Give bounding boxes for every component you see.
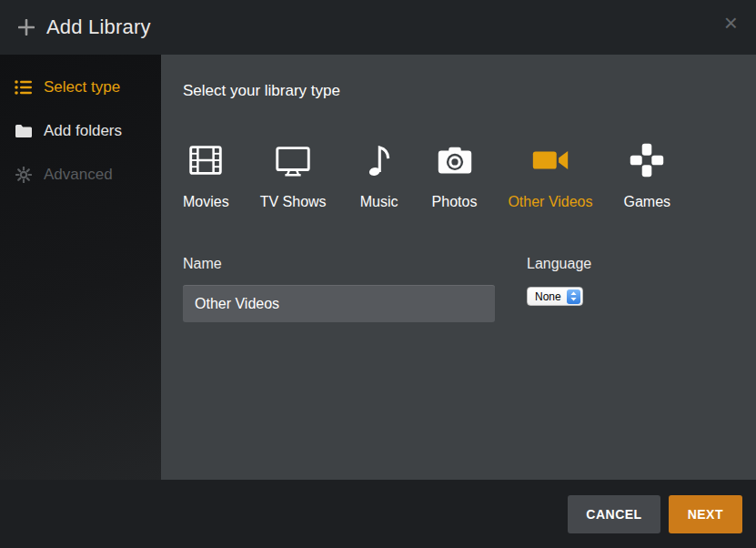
select-chevrons-icon (567, 289, 580, 304)
camera-icon (434, 138, 476, 182)
sidebar-item-label: Select type (44, 78, 120, 96)
sidebar-item-label: Advanced (44, 166, 113, 184)
cancel-button[interactable]: CANCEL (568, 495, 660, 533)
library-type-movies[interactable]: Movies (183, 138, 229, 210)
dialog-body: Select type Add folders (0, 55, 756, 480)
dialog-footer: CANCEL NEXT (0, 480, 756, 548)
library-type-label: Other Videos (508, 194, 592, 210)
language-field-group: Language None (527, 256, 591, 322)
film-icon (185, 138, 227, 182)
list-bullets-icon (15, 79, 33, 96)
folder-icon (15, 124, 33, 138)
sidebar: Select type Add folders (0, 55, 161, 480)
library-type-other-videos[interactable]: Other Videos (508, 138, 592, 210)
language-select-value: None (535, 290, 561, 303)
library-type-label: TV Shows (260, 194, 327, 210)
sidebar-item-advanced[interactable]: Advanced (0, 153, 161, 197)
library-type-label: Photos (432, 194, 478, 210)
next-button[interactable]: NEXT (669, 495, 742, 533)
video-camera-icon (529, 138, 571, 182)
dialog-title: Add Library (46, 15, 151, 39)
library-type-tv-shows[interactable]: TV Shows (260, 138, 327, 210)
gear-icon (15, 167, 33, 183)
library-type-row: Movies TV Shows (183, 138, 734, 210)
library-type-label: Games (624, 194, 671, 210)
music-note-icon (358, 138, 400, 182)
sidebar-item-label: Add folders (44, 122, 122, 140)
library-type-label: Music (360, 194, 398, 210)
name-field-label: Name (183, 256, 495, 272)
plus-icon (18, 19, 35, 36)
language-select[interactable]: None (527, 287, 583, 306)
gamepad-icon (626, 138, 668, 182)
main-panel: Select your library type (161, 55, 756, 480)
add-library-dialog: Add Library × Select type (0, 0, 756, 548)
library-type-photos[interactable]: Photos (432, 138, 478, 210)
name-input[interactable] (183, 285, 495, 322)
language-field-label: Language (527, 256, 591, 272)
library-type-games[interactable]: Games (624, 138, 671, 210)
tv-icon (272, 138, 314, 182)
library-type-heading: Select your library type (183, 82, 734, 100)
sidebar-item-select-type[interactable]: Select type (0, 66, 161, 109)
close-icon[interactable]: × (721, 7, 741, 38)
dialog-header: Add Library × (0, 0, 756, 55)
name-field-group: Name (183, 256, 495, 322)
sidebar-item-add-folders[interactable]: Add folders (0, 109, 161, 153)
library-type-music[interactable]: Music (358, 138, 401, 210)
library-form: Name Language None (183, 256, 734, 322)
library-type-label: Movies (183, 194, 229, 210)
